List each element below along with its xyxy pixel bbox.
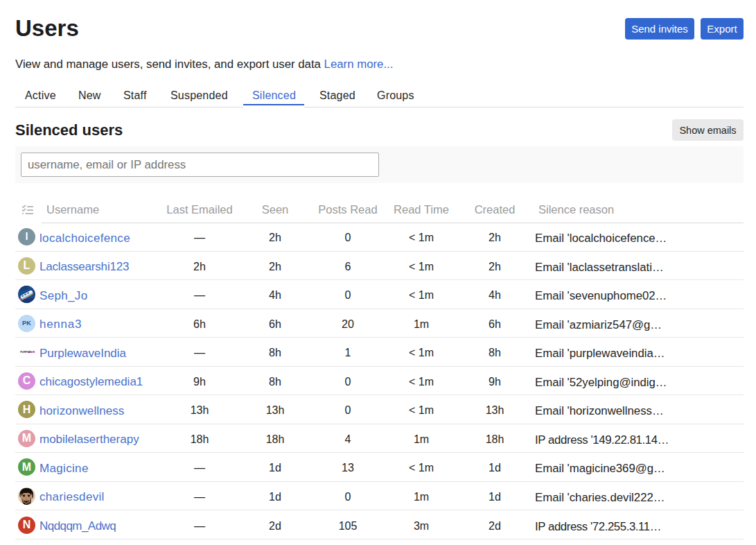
- svg-text:WAVE: WAVE: [28, 351, 35, 354]
